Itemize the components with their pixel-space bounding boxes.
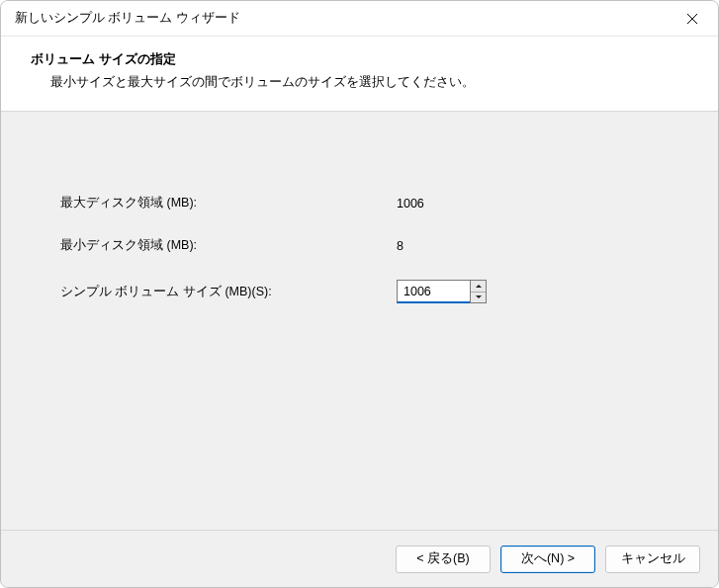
close-icon — [687, 14, 697, 24]
chevron-up-icon — [476, 285, 482, 288]
close-button[interactable] — [671, 4, 714, 34]
title-bar: 新しいシンプル ボリューム ウィザード — [1, 1, 718, 37]
next-button[interactable]: 次へ(N) > — [500, 546, 595, 573]
min-disk-space-value: 8 — [397, 239, 404, 253]
min-disk-space-label: 最小ディスク領域 (MB): — [60, 237, 397, 254]
cancel-button[interactable]: キャンセル — [605, 546, 700, 573]
spinner-up-button[interactable] — [471, 281, 486, 293]
page-subtitle: 最小サイズと最大サイズの間でボリュームのサイズを選択してください。 — [31, 74, 696, 91]
volume-size-row: シンプル ボリューム サイズ (MB)(S): — [60, 280, 659, 303]
window-title: 新しいシンプル ボリューム ウィザード — [15, 10, 671, 27]
spinner-down-button[interactable] — [471, 293, 486, 303]
spinner-buttons — [470, 280, 487, 303]
page-title: ボリューム サイズの指定 — [31, 50, 696, 68]
chevron-down-icon — [476, 295, 482, 298]
wizard-footer: < 戻る(B) 次へ(N) > キャンセル — [1, 530, 718, 587]
volume-size-spinner — [397, 280, 487, 303]
max-disk-space-row: 最大ディスク領域 (MB): 1006 — [60, 195, 659, 211]
volume-size-input[interactable] — [397, 280, 470, 303]
volume-size-label: シンプル ボリューム サイズ (MB)(S): — [60, 284, 397, 300]
back-button[interactable]: < 戻る(B) — [396, 546, 491, 573]
min-disk-space-row: 最小ディスク領域 (MB): 8 — [60, 237, 659, 254]
max-disk-space-label: 最大ディスク領域 (MB): — [60, 195, 397, 211]
wizard-window: 新しいシンプル ボリューム ウィザード ボリューム サイズの指定 最小サイズと最… — [0, 0, 719, 588]
max-disk-space-value: 1006 — [397, 197, 424, 210]
wizard-header: ボリューム サイズの指定 最小サイズと最大サイズの間でボリュームのサイズを選択し… — [1, 37, 718, 112]
wizard-body: 最大ディスク領域 (MB): 1006 最小ディスク領域 (MB): 8 シンプ… — [1, 112, 718, 530]
